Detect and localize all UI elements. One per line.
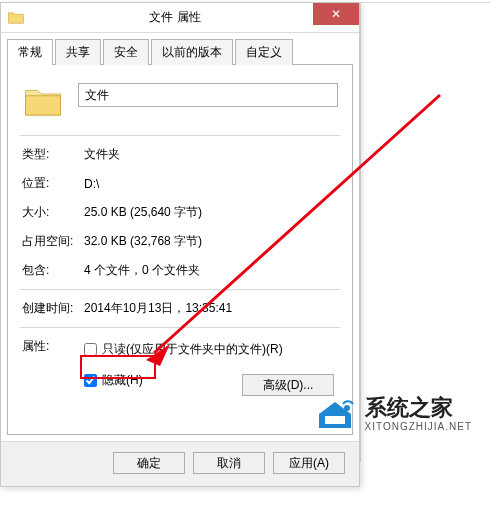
size-on-disk-label: 占用空间: [22,233,84,250]
tab-previous-versions[interactable]: 以前的版本 [151,39,233,65]
apply-button[interactable]: 应用(A) [273,452,345,474]
cancel-button[interactable]: 取消 [193,452,265,474]
close-icon: ✕ [331,8,341,20]
contains-label: 包含: [22,262,84,279]
size-on-disk-value: 32.0 KB (32,768 字节) [84,233,202,250]
close-button[interactable]: ✕ [313,3,359,25]
svg-point-3 [344,405,350,411]
location-label: 位置: [22,175,84,192]
type-value: 文件夹 [84,146,120,163]
tab-general[interactable]: 常规 [7,39,53,65]
tab-sharing[interactable]: 共享 [55,39,101,65]
type-label: 类型: [22,146,84,163]
dialog-buttons: 确定 取消 应用(A) [1,441,359,486]
watermark-logo-icon [313,396,357,432]
watermark: 系统之家 XITONGZHIJIA.NET [313,396,473,432]
tab-panel-general: 类型: 文件夹 位置: D:\ 大小: 25.0 KB (25,640 字节) … [7,64,353,435]
attributes-label: 属性: [22,338,84,355]
properties-dialog: 文件 属性 ✕ 常规 共享 安全 以前的版本 自定义 类型: 文件夹 位置: D… [0,2,360,487]
svg-rect-2 [325,416,345,424]
folder-name-input[interactable] [78,83,338,107]
folder-large-icon [22,83,64,119]
hidden-checkbox[interactable] [84,374,97,387]
tab-customize[interactable]: 自定义 [235,39,293,65]
readonly-checkbox[interactable] [84,343,97,356]
ok-button[interactable]: 确定 [113,452,185,474]
size-label: 大小: [22,204,84,221]
tab-security[interactable]: 安全 [103,39,149,65]
readonly-label: 只读(仅应用于文件夹中的文件)(R) [102,341,283,358]
size-value: 25.0 KB (25,640 字节) [84,204,202,221]
folder-icon [7,9,25,27]
tab-strip: 常规 共享 安全 以前的版本 自定义 [7,39,353,65]
window-title: 文件 属性 [31,9,359,26]
created-value: 2014年10月13日，13:35:41 [84,300,232,317]
watermark-title: 系统之家 [365,396,473,420]
hidden-label: 隐藏(H) [102,372,143,389]
contains-value: 4 个文件，0 个文件夹 [84,262,200,279]
created-label: 创建时间: [22,300,84,317]
title-bar: 文件 属性 ✕ [1,3,359,33]
location-value: D:\ [84,177,99,191]
background-right-panel [360,2,490,462]
watermark-url: XITONGZHIJIA.NET [365,421,473,432]
